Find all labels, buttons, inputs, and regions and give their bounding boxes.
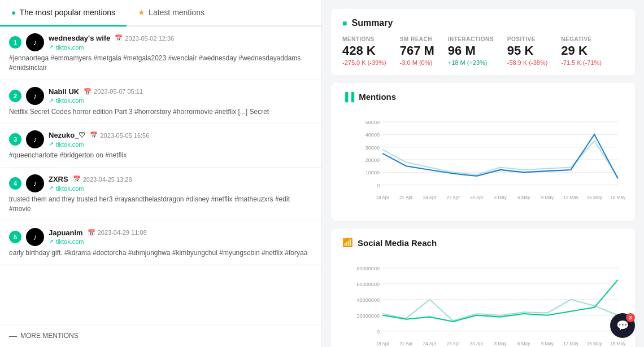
reach-chart-svg: 02000000040000000600000008000000018 Apr2…: [342, 254, 624, 347]
stat-item: MENTIONS 428 K -275.0 K (-39%): [342, 36, 386, 66]
svg-text:9 May: 9 May: [541, 195, 554, 200]
mention-meta: ZXRS 📅 2023-04-25 13:28 ↗ tiktok.com: [49, 175, 312, 192]
mention-item: 2 ♪ Nabil UK 📅 2023-05-07 05:11 ↗ tiktok…: [0, 80, 321, 124]
mention-text: #jennaortega #emmamyers #metgala #metgal…: [9, 54, 312, 73]
share-icon: ↗: [49, 140, 54, 148]
svg-text:30 Apr: 30 Apr: [470, 341, 484, 346]
mention-date: 📅 2023-05-07 05:11: [84, 88, 143, 95]
mention-rank: 4: [9, 177, 21, 190]
svg-text:30 Apr: 30 Apr: [470, 195, 484, 200]
svg-text:0: 0: [377, 183, 380, 188]
tab-latest-label: Latest mentions: [149, 8, 204, 17]
chat-button[interactable]: 💬 3: [610, 313, 635, 338]
stat-item: SM REACH 767 M -3.0 M (0%): [400, 36, 434, 66]
svg-text:50000: 50000: [365, 120, 380, 125]
svg-text:6 May: 6 May: [517, 195, 530, 200]
svg-text:18 May: 18 May: [611, 195, 626, 200]
tiktok-icon: ♪: [33, 38, 37, 47]
reach-chart-container: 02000000040000000600000008000000018 Apr2…: [342, 254, 624, 347]
mention-source[interactable]: ↗ tiktok.com: [49, 97, 312, 104]
svg-text:40000: 40000: [365, 132, 380, 138]
calendar-icon: 📅: [90, 131, 98, 139]
chat-badge: 3: [626, 313, 635, 322]
more-mentions-label: MORE MENTIONS: [20, 332, 79, 340]
mention-name: Japuanim: [49, 229, 83, 237]
svg-text:10000: 10000: [365, 170, 380, 175]
mention-date: 📅 2023-05-02 12:36: [115, 34, 174, 42]
mentions-chart-title-text: Mentions: [359, 92, 396, 102]
mention-name: ZXRS: [49, 175, 68, 183]
mention-avatar: ♪: [26, 33, 44, 51]
svg-text:9 May: 9 May: [541, 341, 554, 346]
mention-text: #queencharlotte #bridgerton on #netflix: [9, 151, 312, 160]
more-mentions-button[interactable]: — MORE MENTIONS: [0, 324, 321, 347]
svg-text:12 May: 12 May: [563, 195, 579, 200]
reach-chart-card: 📶 Social Media Reach 0200000004000000060…: [331, 229, 635, 347]
summary-icon: ■: [342, 19, 347, 28]
svg-text:27 Apr: 27 Apr: [446, 341, 460, 346]
stat-item: POSITIVE 95 K -58.9 K (-38%): [507, 36, 548, 66]
stat-label: MENTIONS: [342, 36, 386, 42]
tab-popular[interactable]: ● The most popular mentions: [0, 0, 127, 27]
mention-avatar: ♪: [26, 87, 44, 105]
share-icon: ↗: [49, 97, 54, 104]
source-link[interactable]: tiktok.com: [56, 97, 84, 104]
stat-change: -275.0 K (-39%): [342, 59, 386, 66]
svg-text:0: 0: [377, 329, 380, 335]
mention-source[interactable]: ↗ tiktok.com: [49, 140, 312, 148]
svg-text:20000000: 20000000: [356, 313, 380, 319]
svg-text:27 Apr: 27 Apr: [446, 195, 460, 200]
mention-rank: 5: [9, 231, 21, 243]
mention-source[interactable]: ↗ tiktok.com: [49, 43, 312, 51]
summary-title: ■ Summary: [342, 18, 624, 28]
svg-text:30000: 30000: [365, 145, 380, 151]
tiktok-icon: ♪: [33, 179, 37, 188]
tab-latest[interactable]: ★ Latest mentions: [127, 0, 216, 27]
mentions-list: 1 ♪ wednesday's wife 📅 2023-05-02 12:36 …: [0, 27, 321, 324]
source-link[interactable]: tiktok.com: [56, 141, 84, 148]
stat-label: INTERACTIONS: [448, 36, 494, 42]
svg-text:21 Apr: 21 Apr: [399, 195, 413, 200]
mentions-chart-container: 0100002000030000400005000018 Apr21 Apr24…: [342, 108, 624, 212]
mention-meta: Nezuko_♡ 📅 2023-05-05 16:56 ↗ tiktok.com: [49, 131, 312, 148]
mention-item: 4 ♪ ZXRS 📅 2023-04-25 13:28 ↗ tiktok.com…: [0, 168, 321, 221]
stat-label: NEGATIVE: [561, 36, 602, 42]
mentions-chart-card: ▐▐ Mentions 0100002000030000400005000018…: [331, 83, 635, 221]
mention-meta: wednesday's wife 📅 2023-05-02 12:36 ↗ ti…: [49, 34, 312, 51]
mention-date: 📅 2023-05-05 16:56: [90, 131, 149, 139]
mention-source[interactable]: ↗ tiktok.com: [49, 238, 312, 245]
reach-chart-title: 📶 Social Media Reach: [342, 238, 624, 248]
mention-avatar: ♪: [26, 130, 44, 148]
chat-icon: 💬: [616, 319, 629, 332]
mentions-chart-title: ▐▐ Mentions: [342, 92, 624, 102]
svg-text:15 May: 15 May: [587, 341, 603, 346]
source-link[interactable]: tiktok.com: [56, 238, 84, 245]
source-link[interactable]: tiktok.com: [56, 44, 84, 51]
right-panel: ■ Summary MENTIONS 428 K -275.0 K (-39%)…: [322, 0, 644, 347]
stat-value: 767 M: [400, 43, 434, 58]
tiktok-icon: ♪: [33, 91, 37, 100]
stat-item: NEGATIVE 29 K -71.5 K (-71%): [561, 36, 602, 66]
mention-item: 5 ♪ Japuanim 📅 2023-04-29 11:08 ↗ tiktok…: [0, 221, 321, 265]
stat-item: INTERACTIONS 96 M +18 M (+23%): [448, 36, 494, 66]
stat-change: -58.9 K (-38%): [507, 59, 548, 66]
mention-name: Nabil UK: [49, 87, 79, 96]
svg-text:40000000: 40000000: [356, 297, 380, 303]
stat-value: 29 K: [561, 43, 602, 58]
stat-change: -71.5 K (-71%): [561, 59, 602, 66]
mentions-chart-svg: 0100002000030000400005000018 Apr21 Apr24…: [342, 108, 624, 210]
reach-chart-title-text: Social Media Reach: [358, 238, 437, 248]
share-icon: ↗: [49, 43, 54, 51]
calendar-icon: 📅: [84, 88, 92, 95]
svg-text:60000000: 60000000: [356, 282, 380, 287]
stat-label: POSITIVE: [507, 36, 548, 42]
mention-rank: 3: [9, 133, 21, 146]
tiktok-icon: ♪: [33, 232, 37, 241]
mention-source[interactable]: ↗ tiktok.com: [49, 185, 312, 192]
source-link[interactable]: tiktok.com: [56, 185, 84, 192]
stat-value: 95 K: [507, 43, 548, 58]
svg-text:18 Apr: 18 Apr: [376, 195, 389, 200]
svg-text:21 Apr: 21 Apr: [399, 341, 413, 346]
svg-text:3 May: 3 May: [494, 195, 507, 200]
popular-icon: ●: [11, 8, 16, 17]
